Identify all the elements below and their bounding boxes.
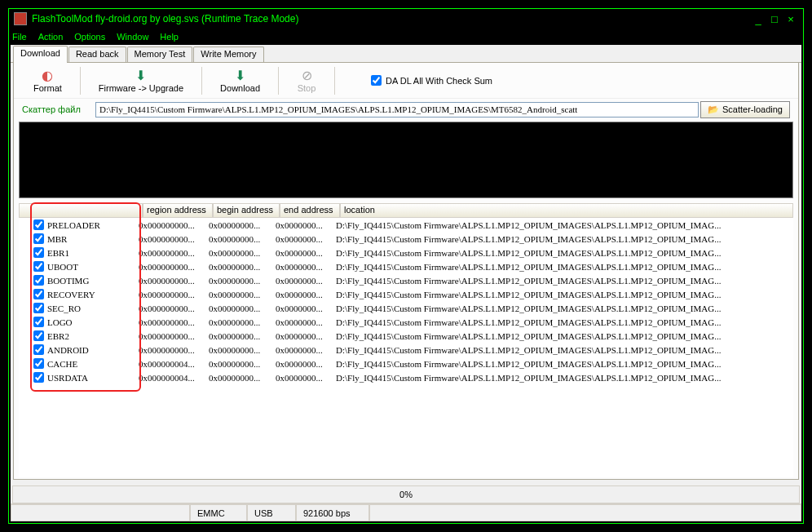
partition-end: 0x0000000... (276, 317, 336, 327)
menubar: File Action Options Window Help (9, 29, 803, 45)
col-location[interactable]: location (340, 203, 793, 218)
partition-row[interactable]: BOOTIMG0x000000000...0x00000000...0x0000… (19, 273, 793, 287)
col-region[interactable]: region address (143, 203, 213, 218)
titlebar[interactable]: FlashToolMod fly-droid.org by oleg.svs (… (9, 9, 803, 29)
partition-location: D:\Fly_IQ4415\Custom Firmware\ALPS.L1.MP… (336, 345, 793, 355)
close-button[interactable]: × (783, 13, 798, 24)
partition-end: 0x0000000... (276, 276, 336, 286)
partition-row[interactable]: RECOVERY0x000000000...0x00000000...0x000… (19, 287, 793, 301)
partition-end: 0x0000000... (276, 373, 336, 383)
partition-checkbox[interactable] (33, 275, 44, 286)
partition-checkbox[interactable] (33, 372, 44, 383)
partition-checkbox[interactable] (33, 358, 44, 369)
partition-row[interactable]: PRELOADER0x000000000...0x00000000...0x00… (19, 218, 793, 232)
partition-region: 0x000000000... (139, 262, 209, 272)
col-begin[interactable]: begin address (213, 203, 280, 218)
partition-end: 0x0000000... (276, 262, 336, 272)
folder-icon: 📂 (708, 104, 719, 115)
tab-write-memory[interactable]: Write Memory (193, 47, 263, 62)
maximize-button[interactable]: □ (767, 13, 782, 24)
partition-region: 0x000000000... (139, 290, 209, 299)
partition-checkbox[interactable] (33, 303, 44, 313)
partition-name: LOGO (47, 317, 139, 327)
partition-name: PRELOADER (47, 220, 139, 230)
partition-row[interactable]: CACHE0x000000004...0x00000000...0x000000… (19, 357, 793, 370)
partition-end: 0x0000000... (276, 345, 336, 355)
partition-checkbox[interactable] (33, 344, 44, 355)
menu-help[interactable]: Help (160, 32, 179, 42)
download-button[interactable]: ⬇ Download (205, 66, 275, 95)
partition-region: 0x000000000... (139, 276, 209, 286)
partition-name: UBOOT (47, 262, 139, 272)
log-area (19, 122, 793, 198)
partition-region: 0x000000000... (139, 331, 209, 341)
partition-location: D:\Fly_IQ4415\Custom Firmware\ALPS.L1.MP… (336, 248, 793, 258)
partition-checkbox[interactable] (33, 219, 44, 230)
partition-name: EBR2 (47, 331, 139, 341)
partition-row[interactable]: EBR20x000000000...0x00000000...0x0000000… (19, 329, 793, 343)
status-baud: 921600 bps (296, 504, 369, 521)
partition-location: D:\Fly_IQ4415\Custom Firmware\ALPS.L1.MP… (336, 262, 793, 272)
upgrade-icon: ⬇ (134, 68, 148, 82)
status-emmc: EMMC (190, 504, 247, 521)
da-dl-checksum-checkbox[interactable] (371, 75, 382, 86)
partition-checkbox[interactable] (33, 247, 44, 258)
partition-location: D:\Fly_IQ4415\Custom Firmware\ALPS.L1.MP… (336, 373, 793, 383)
partition-row[interactable]: MBR0x000000000...0x00000000...0x0000000.… (19, 232, 793, 246)
partition-name: BOOTIMG (47, 276, 139, 286)
tab-readback[interactable]: Read back (68, 47, 126, 62)
partition-location: D:\Fly_IQ4415\Custom Firmware\ALPS.L1.MP… (336, 317, 793, 327)
partition-row[interactable]: LOGO0x000000000...0x00000000...0x0000000… (19, 315, 793, 329)
partition-row[interactable]: UBOOT0x000000000...0x00000000...0x000000… (19, 259, 793, 273)
minimize-button[interactable]: _ (751, 13, 766, 24)
scatter-path-input[interactable] (95, 102, 699, 117)
partition-region: 0x000000000... (139, 248, 209, 258)
partition-region: 0x000000004... (139, 373, 209, 383)
partition-end: 0x0000000... (276, 234, 336, 244)
menu-options[interactable]: Options (74, 32, 105, 42)
partition-location: D:\Fly_IQ4415\Custom Firmware\ALPS.L1.MP… (336, 234, 793, 244)
scatter-loading-button[interactable]: 📂 Scatter-loading (700, 101, 790, 118)
partition-name: ANDROID (47, 345, 139, 355)
menu-action[interactable]: Action (38, 32, 64, 42)
statusbar: EMMC USB 921600 bps (11, 503, 801, 521)
partition-begin: 0x00000000... (209, 304, 276, 313)
partition-checkbox[interactable] (33, 317, 44, 327)
partition-row[interactable]: USRDATA0x000000004...0x00000000...0x0000… (19, 370, 793, 384)
partition-region: 0x000000000... (139, 304, 209, 313)
partition-begin: 0x00000000... (209, 276, 276, 286)
partition-row[interactable]: ANDROID0x000000000...0x00000000...0x0000… (19, 343, 793, 357)
partition-checkbox[interactable] (33, 289, 44, 299)
app-window: FlashToolMod fly-droid.org by oleg.svs (… (8, 8, 804, 524)
partition-begin: 0x00000000... (209, 317, 276, 327)
format-button[interactable]: ◐ Format (19, 66, 77, 95)
menu-window[interactable]: Window (117, 32, 148, 42)
stop-button[interactable]: ⊘ Stop (282, 66, 331, 95)
partition-name: EBR1 (47, 248, 139, 258)
firmware-upgrade-button[interactable]: ⬇ Firmware -> Upgrade (84, 66, 198, 95)
partition-location: D:\Fly_IQ4415\Custom Firmware\ALPS.L1.MP… (336, 220, 793, 230)
partition-location: D:\Fly_IQ4415\Custom Firmware\ALPS.L1.MP… (336, 276, 793, 286)
partition-row[interactable]: SEC_RO0x000000000...0x00000000...0x00000… (19, 301, 793, 315)
col-name[interactable] (19, 203, 143, 218)
partition-row[interactable]: EBR10x000000000...0x00000000...0x0000000… (19, 246, 793, 259)
partition-checkbox[interactable] (33, 330, 44, 341)
toolbar: ◐ Format ⬇ Firmware -> Upgrade ⬇ Downloa… (14, 63, 798, 99)
menu-file[interactable]: File (12, 32, 27, 42)
partition-name: CACHE (47, 359, 139, 369)
tab-memory-test[interactable]: Memory Test (127, 47, 193, 62)
partition-location: D:\Fly_IQ4415\Custom Firmware\ALPS.L1.MP… (336, 359, 793, 369)
partition-checkbox[interactable] (33, 261, 44, 272)
da-dl-checksum-label: DA DL All With Check Sum (386, 76, 492, 86)
partition-end: 0x0000000... (276, 304, 336, 313)
status-usb: USB (247, 504, 296, 521)
partition-checkbox[interactable] (33, 233, 44, 244)
partition-end: 0x0000000... (276, 220, 336, 230)
scatter-row: Скаттер файл 📂 Scatter-loading (14, 99, 798, 120)
progress-text: 0% (399, 490, 413, 499)
partition-region: 0x000000000... (139, 220, 209, 230)
col-end[interactable]: end address (280, 203, 340, 218)
tab-download[interactable]: Download (13, 46, 68, 63)
partition-region: 0x000000004... (139, 359, 209, 369)
partition-begin: 0x00000000... (209, 262, 276, 272)
